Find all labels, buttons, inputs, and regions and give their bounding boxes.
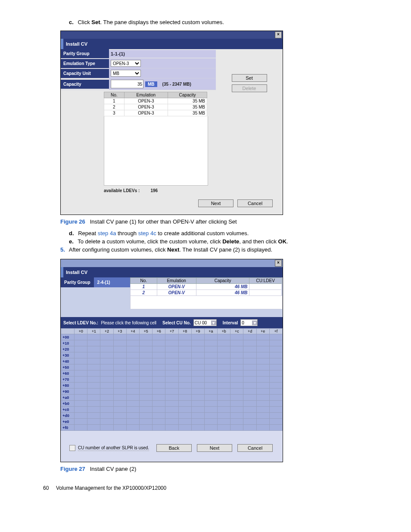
grid-cell[interactable] (218, 346, 230, 352)
grid-cell[interactable] (191, 334, 204, 340)
grid-cell[interactable] (87, 401, 100, 407)
grid-cell[interactable] (165, 334, 178, 340)
grid-cell[interactable] (165, 407, 178, 413)
grid-cell[interactable] (113, 334, 126, 340)
grid-cell[interactable] (87, 346, 100, 352)
grid-cell[interactable] (126, 334, 139, 340)
grid-cell[interactable] (230, 407, 243, 413)
grid-cell[interactable] (178, 376, 191, 383)
grid-cell[interactable] (126, 364, 139, 370)
grid-cell[interactable] (269, 425, 282, 431)
grid-cell[interactable] (178, 389, 191, 395)
grid-cell[interactable] (269, 419, 282, 425)
grid-cell[interactable] (269, 370, 282, 376)
grid-cell[interactable] (113, 340, 126, 346)
grid-cell[interactable] (178, 401, 191, 407)
grid-cell[interactable] (100, 358, 113, 364)
grid-cell[interactable] (100, 413, 113, 419)
grid-cell[interactable] (113, 364, 126, 370)
grid-cell[interactable] (139, 376, 152, 383)
grid-cell[interactable] (113, 358, 126, 364)
back-button[interactable]: Back (156, 444, 192, 452)
emulation-type-select[interactable]: OPEN-3 (111, 60, 141, 67)
grid-cell[interactable] (165, 389, 178, 395)
grid-cell[interactable] (178, 364, 191, 370)
grid-cell[interactable] (218, 352, 230, 358)
grid-cell[interactable] (256, 370, 269, 376)
grid-cell[interactable] (178, 395, 191, 401)
grid-cell[interactable] (153, 358, 165, 364)
grid-cell[interactable] (269, 395, 282, 401)
grid-cell[interactable] (178, 340, 191, 346)
set-button[interactable]: Set (232, 74, 267, 82)
grid-cell[interactable] (165, 413, 178, 419)
grid-cell[interactable] (269, 407, 282, 413)
grid-cell[interactable] (153, 370, 165, 376)
grid-cell[interactable] (191, 389, 204, 395)
grid-cell[interactable] (191, 376, 204, 383)
grid-cell[interactable] (113, 383, 126, 389)
grid-cell[interactable] (139, 358, 152, 364)
grid-cell[interactable] (87, 383, 100, 389)
grid-cell[interactable] (178, 346, 191, 352)
grid-cell[interactable] (204, 346, 217, 352)
grid-cell[interactable] (165, 401, 178, 407)
grid-cell[interactable] (139, 413, 152, 419)
grid-cell[interactable] (113, 395, 126, 401)
grid-cell[interactable] (165, 425, 178, 431)
grid-cell[interactable] (113, 425, 126, 431)
grid-cell[interactable] (75, 395, 87, 401)
grid-cell[interactable] (75, 389, 87, 395)
grid-cell[interactable] (230, 389, 243, 395)
grid-cell[interactable] (178, 370, 191, 376)
grid-cell[interactable] (126, 419, 139, 425)
grid-cell[interactable] (243, 413, 256, 419)
grid-cell[interactable] (256, 401, 269, 407)
grid-cell[interactable] (218, 364, 230, 370)
grid-cell[interactable] (204, 376, 217, 383)
grid-cell[interactable] (269, 346, 282, 352)
grid-cell[interactable] (269, 340, 282, 346)
grid-cell[interactable] (230, 370, 243, 376)
slpr-checkbox[interactable] (69, 445, 75, 451)
grid-cell[interactable] (75, 334, 87, 340)
grid-cell[interactable] (153, 419, 165, 425)
grid-cell[interactable] (269, 389, 282, 395)
ldev-grid[interactable]: +0+1+2+3+4+5+6+7+8+9+a+b+c+d+e+f +00+10+… (61, 328, 283, 431)
grid-cell[interactable] (178, 425, 191, 431)
grid-cell[interactable] (126, 340, 139, 346)
grid-cell[interactable] (75, 346, 87, 352)
grid-cell[interactable] (153, 407, 165, 413)
grid-cell[interactable] (218, 358, 230, 364)
grid-cell[interactable] (139, 364, 152, 370)
grid-cell[interactable] (113, 419, 126, 425)
grid-cell[interactable] (204, 358, 217, 364)
grid-cell[interactable] (243, 340, 256, 346)
grid-cell[interactable] (256, 346, 269, 352)
grid-cell[interactable] (230, 364, 243, 370)
grid-cell[interactable] (75, 352, 87, 358)
grid-cell[interactable] (191, 358, 204, 364)
grid-cell[interactable] (191, 370, 204, 376)
grid-cell[interactable] (139, 352, 152, 358)
grid-cell[interactable] (256, 364, 269, 370)
grid-cell[interactable] (230, 413, 243, 419)
grid-cell[interactable] (126, 395, 139, 401)
grid-cell[interactable] (178, 358, 191, 364)
grid-cell[interactable] (75, 413, 87, 419)
grid-cell[interactable] (126, 346, 139, 352)
grid-cell[interactable] (204, 389, 217, 395)
grid-cell[interactable] (243, 358, 256, 364)
grid-cell[interactable] (243, 419, 256, 425)
grid-cell[interactable] (178, 407, 191, 413)
grid-cell[interactable] (269, 352, 282, 358)
grid-cell[interactable] (243, 425, 256, 431)
grid-cell[interactable] (113, 413, 126, 419)
grid-cell[interactable] (126, 358, 139, 364)
grid-cell[interactable] (165, 419, 178, 425)
grid-cell[interactable] (230, 395, 243, 401)
grid-cell[interactable] (100, 340, 113, 346)
grid-cell[interactable] (100, 401, 113, 407)
grid-cell[interactable] (153, 364, 165, 370)
grid-cell[interactable] (204, 419, 217, 425)
